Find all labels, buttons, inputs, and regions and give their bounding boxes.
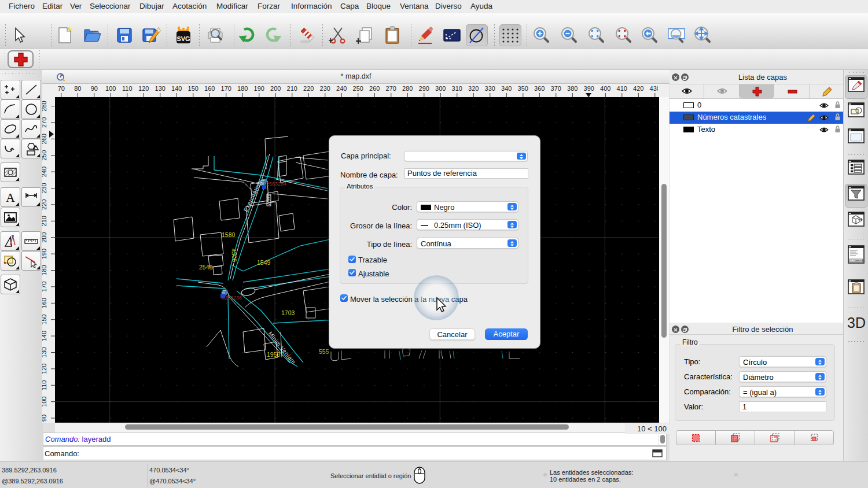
svg-text:400: 400 <box>600 85 610 92</box>
svg-text:2563284: 2563284 <box>266 181 286 187</box>
svg-text:150: 150 <box>42 315 47 325</box>
svg-text:270: 270 <box>42 117 47 128</box>
svg-text:320: 320 <box>468 85 479 92</box>
svg-text:170: 170 <box>42 282 47 292</box>
svg-text:120: 120 <box>42 364 47 374</box>
svg-text:100: 100 <box>42 397 47 407</box>
svg-text:370: 370 <box>551 85 561 92</box>
svg-text:420: 420 <box>633 85 643 92</box>
svg-text:380: 380 <box>567 85 578 92</box>
svg-text:220: 220 <box>303 85 314 92</box>
svg-text:4306: 4306 <box>230 248 238 262</box>
svg-text:220: 220 <box>42 199 47 210</box>
svg-text:330: 330 <box>485 85 495 92</box>
svg-text:250: 250 <box>42 150 47 161</box>
svg-text:360: 360 <box>534 85 545 92</box>
svg-text:300: 300 <box>435 85 446 92</box>
svg-text:340: 340 <box>501 85 512 92</box>
svg-text:110: 110 <box>122 85 133 92</box>
svg-text:190: 190 <box>254 85 264 92</box>
svg-text:350: 350 <box>518 85 528 92</box>
svg-text:190: 190 <box>42 249 47 259</box>
svg-text:170: 170 <box>221 85 231 92</box>
svg-text:180: 180 <box>237 85 248 92</box>
svg-text:290: 290 <box>419 85 429 92</box>
svg-text:280: 280 <box>402 85 413 92</box>
svg-text:230: 230 <box>42 183 47 193</box>
svg-text:1580: 1580 <box>222 231 236 238</box>
svg-text:200: 200 <box>270 85 281 92</box>
svg-text:240: 240 <box>336 85 347 92</box>
svg-text:140: 140 <box>171 85 182 92</box>
svg-text:390: 390 <box>584 85 594 92</box>
svg-text:100: 100 <box>105 85 116 92</box>
svg-text:140: 140 <box>42 331 47 341</box>
svg-text:110: 110 <box>42 380 47 391</box>
svg-text:160: 160 <box>42 298 47 308</box>
svg-text:1549: 1549 <box>257 259 271 266</box>
svg-text:1703: 1703 <box>281 309 295 316</box>
svg-text:210: 210 <box>42 216 47 226</box>
svg-text:90: 90 <box>42 415 47 422</box>
svg-text:130: 130 <box>155 85 165 92</box>
svg-text:200: 200 <box>42 232 47 243</box>
svg-text:230: 230 <box>320 85 330 92</box>
svg-text:270: 270 <box>386 85 396 92</box>
svg-text:210: 210 <box>287 85 297 92</box>
svg-text:70: 70 <box>58 85 65 92</box>
svg-text:310: 310 <box>452 85 462 92</box>
svg-text:160: 160 <box>204 85 215 92</box>
svg-text:430: 430 <box>650 85 658 92</box>
svg-text:250: 250 <box>353 85 363 92</box>
svg-text:A: A <box>6 190 15 205</box>
svg-text:555: 555 <box>319 348 329 355</box>
svg-text:120: 120 <box>138 85 149 92</box>
svg-text:150: 150 <box>188 85 198 92</box>
svg-text:90: 90 <box>91 85 98 92</box>
svg-text:c command: c command <box>851 260 863 262</box>
svg-text:280: 280 <box>42 101 47 111</box>
svg-text:SVG: SVG <box>176 35 190 42</box>
svg-text:1953: 1953 <box>267 351 281 358</box>
svg-text:130: 130 <box>42 347 47 357</box>
svg-text:80: 80 <box>74 85 81 92</box>
svg-text:240: 240 <box>42 167 47 177</box>
svg-text:180: 180 <box>42 265 47 275</box>
svg-text:410: 410 <box>617 85 627 92</box>
svg-text:2546: 2546 <box>199 264 213 271</box>
svg-text:260: 260 <box>42 134 47 144</box>
svg-text:260: 260 <box>369 85 380 92</box>
